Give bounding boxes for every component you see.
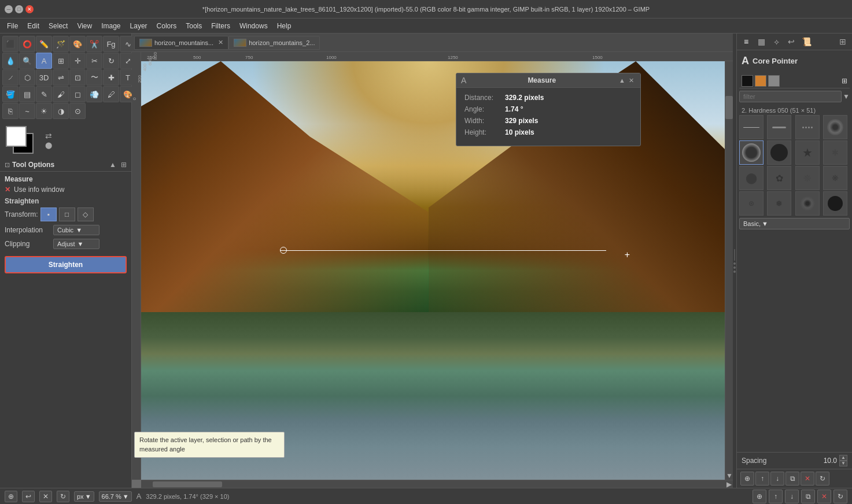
brush-cell-soft2[interactable] — [795, 191, 820, 216]
tool-free-select[interactable]: ✏️ — [36, 36, 52, 52]
tool-flip[interactable]: ⇌ — [53, 69, 69, 86]
brush-cell-hard2[interactable] — [823, 191, 847, 216]
tool-options-minimize[interactable]: ▲ — [109, 161, 116, 169]
menu-help[interactable]: Help — [272, 21, 296, 31]
tool-align[interactable]: ⊞ — [53, 53, 69, 69]
brush-cell-scatter1[interactable]: ❊ — [795, 166, 820, 190]
tool-select-color[interactable]: 🎨 — [69, 36, 86, 52]
tool-scissors[interactable]: ✂️ — [86, 36, 102, 52]
color-gray-swatch[interactable] — [768, 75, 780, 87]
measure-dialog-minimize[interactable]: ▲ — [617, 77, 627, 84]
brush-cell-line1[interactable] — [739, 115, 764, 139]
tool-dodge-burn[interactable]: ☀ — [36, 103, 52, 119]
color-orange-swatch[interactable] — [755, 75, 766, 87]
spacing-down-btn[interactable]: ▼ — [839, 461, 847, 466]
tool-airbrush[interactable]: 💨 — [86, 86, 102, 102]
rp-tab-script[interactable]: 📜 — [799, 35, 813, 49]
tab-1[interactable]: horizon_mountains... ✕ — [134, 36, 228, 50]
transform-path-btn[interactable]: ◇ — [78, 207, 94, 221]
brush-cell-line2[interactable] — [767, 115, 791, 139]
status-delete[interactable]: ✕ — [39, 491, 52, 502]
reset-colors-button[interactable]: ⬤ — [45, 142, 52, 149]
brush-cell-crack2[interactable]: ❅ — [767, 191, 791, 216]
tool-clone[interactable]: ⎘ — [2, 103, 19, 119]
brush-cell-soft-circle[interactable] — [823, 115, 847, 139]
menu-view[interactable]: View — [72, 21, 97, 31]
tool-ellipse-select[interactable]: ⭕ — [19, 36, 35, 52]
scrollbar-v-thumb[interactable] — [725, 96, 733, 119]
tool-warp[interactable]: 〜 — [86, 69, 102, 86]
tool-paintbrush[interactable]: 🖌 — [53, 86, 69, 102]
tool-pencil[interactable]: ✎ — [36, 86, 52, 102]
rp-action-duplicate[interactable]: ⧉ — [785, 472, 799, 486]
tool-measure[interactable]: A — [36, 53, 52, 69]
status-refresh[interactable]: ↻ — [57, 491, 69, 502]
tool-cage-transform[interactable]: ⊡ — [69, 69, 86, 86]
menu-edit[interactable]: Edit — [23, 21, 44, 31]
rp-panel-menu[interactable]: ⊞ — [836, 35, 850, 49]
brush-cell-dots[interactable] — [795, 115, 820, 139]
tool-zoom[interactable]: 🔍 — [19, 53, 35, 69]
menu-tools[interactable]: Tools — [181, 21, 206, 31]
tool-color-picker[interactable]: 💧 — [2, 53, 19, 69]
scrollbar-h-thumb[interactable] — [153, 481, 222, 487]
tool-blur-sharpen[interactable]: ⊙ — [69, 103, 86, 119]
transform-selection-btn[interactable]: □ — [59, 207, 75, 221]
tool-eraser[interactable]: ◻ — [69, 86, 86, 102]
tool-gradient[interactable]: ▤ — [19, 86, 35, 102]
status-dup-btn[interactable]: ⧉ — [801, 490, 815, 503]
menu-image[interactable]: Image — [97, 21, 125, 31]
rp-action-delete[interactable]: ✕ — [801, 472, 814, 486]
brush-cell-blob2[interactable]: ✿ — [767, 166, 791, 190]
zoom-select[interactable]: 66.7 % ▼ — [99, 491, 132, 502]
clipping-dropdown[interactable]: Adjust ▼ — [53, 239, 99, 249]
tool-transform3d[interactable]: 3D — [36, 69, 52, 86]
tool-heal[interactable]: ✚ — [103, 69, 119, 86]
brush-cell-full-circle[interactable] — [767, 140, 791, 165]
tool-shear[interactable]: ⟋ — [2, 69, 19, 86]
vertical-scrollbar[interactable]: ▼ — [725, 61, 733, 480]
tool-rotate[interactable]: ↻ — [103, 53, 119, 69]
minimize-button[interactable]: ─ — [5, 5, 13, 13]
rp-action-raise[interactable]: ↑ — [755, 472, 769, 486]
tool-crop[interactable]: ✂ — [86, 53, 102, 69]
brush-filter-input[interactable] — [739, 91, 842, 102]
menu-file[interactable]: File — [2, 21, 23, 31]
brush-cell-hard-circle[interactable] — [739, 140, 764, 165]
rp-tab-layers[interactable]: ≡ — [739, 35, 753, 49]
status-del-btn[interactable]: ✕ — [817, 490, 831, 503]
tab-2[interactable]: horizon_mountains_2... — [228, 36, 320, 50]
color-black-swatch[interactable] — [742, 75, 753, 87]
tab-1-close[interactable]: ✕ — [218, 39, 223, 46]
tool-desaturate[interactable]: ◑ — [53, 103, 69, 119]
brush-cell-blob1[interactable]: ⬤ — [739, 166, 764, 190]
tool-perspective[interactable]: ⬡ — [19, 69, 35, 86]
use-info-window-toggle[interactable]: ✕ — [5, 186, 10, 194]
menu-select[interactable]: Select — [44, 21, 72, 31]
tool-rect-select[interactable]: ⬛ — [2, 36, 19, 52]
scrollbar-h-right[interactable]: ▶ — [725, 480, 733, 488]
foreground-color-swatch[interactable] — [6, 126, 27, 147]
rp-tab-undo[interactable]: ↩ — [784, 35, 798, 49]
measure-dialog-close[interactable]: ✕ — [627, 77, 636, 84]
tool-move[interactable]: ✛ — [69, 53, 86, 69]
use-info-window-label[interactable]: Use info window — [14, 186, 64, 194]
menu-filters[interactable]: Filters — [206, 21, 235, 31]
menu-layer[interactable]: Layer — [126, 21, 152, 31]
straighten-button[interactable]: Straighten — [5, 256, 127, 273]
status-raise-btn[interactable]: ↑ — [769, 490, 783, 503]
brush-cell-crack1[interactable]: ⊛ — [739, 191, 764, 216]
brush-cell-splat1[interactable]: ✱ — [823, 140, 847, 165]
status-new-btn[interactable]: ⊕ — [753, 490, 766, 503]
horizontal-scrollbar[interactable]: ▶ — [141, 480, 733, 488]
menu-colors[interactable]: Colors — [152, 21, 182, 31]
status-lower-btn[interactable]: ↓ — [785, 490, 799, 503]
brush-filter-dropdown[interactable]: ▼ — [843, 92, 850, 101]
status-add-layer[interactable]: ⊕ — [5, 491, 17, 502]
rp-action-lower[interactable]: ↓ — [770, 472, 784, 486]
swap-colors-button[interactable]: ⇄ — [45, 131, 52, 140]
scrollbar-v-down[interactable]: ▼ — [725, 472, 733, 480]
brush-cell-scatter2[interactable]: ❋ — [823, 166, 847, 190]
spacing-up-btn[interactable]: ▲ — [839, 455, 847, 461]
rp-action-new-layer[interactable]: ⊕ — [740, 472, 754, 486]
